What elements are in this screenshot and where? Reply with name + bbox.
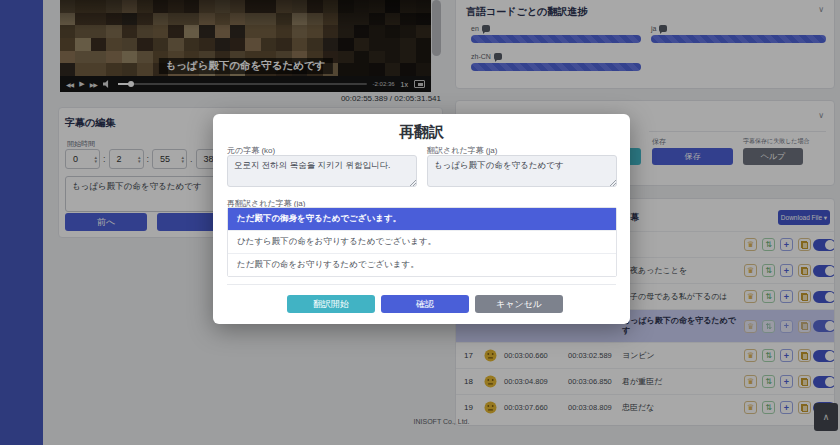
confirm-button[interactable]: 確認 bbox=[381, 295, 469, 313]
source-subtitle-input[interactable]: 오로지 전하의 목숨을 지키기 위함입니다. bbox=[227, 155, 417, 187]
retranslation-option[interactable]: ひたすら殿下の命をお守りするためでございます。 bbox=[228, 230, 616, 253]
retranslation-options-list: ただ殿下の御身を守るためでございます。 ひたすら殿下の命をお守りするためでござい… bbox=[227, 207, 617, 277]
retranslation-option[interactable]: ただ殿下の命をお守りするためでございます。 bbox=[228, 253, 616, 276]
divider bbox=[227, 284, 616, 285]
cancel-button[interactable]: キャンセル bbox=[475, 295, 563, 313]
resize-handle-icon[interactable] bbox=[409, 179, 416, 186]
start-translation-button[interactable]: 翻訳開始 bbox=[287, 295, 375, 313]
translated-subtitle-input[interactable]: もっぱら殿下の命を守るためです bbox=[427, 155, 617, 187]
retranslation-option-selected[interactable]: ただ殿下の御身を守るためでございます。 bbox=[228, 208, 616, 230]
app-window: もっぱら殿下の命を守るためです ◀◀ ▶ ▶▶ -2:02:36 1x 00:0… bbox=[0, 0, 840, 445]
retranslate-modal: 再翻訳 元の字幕 (ko) 翻訳された字幕 (ja) 오로지 전하의 목숨을 지… bbox=[213, 114, 630, 324]
modal-title: 再翻訳 bbox=[213, 123, 630, 142]
resize-handle-icon[interactable] bbox=[609, 179, 616, 186]
